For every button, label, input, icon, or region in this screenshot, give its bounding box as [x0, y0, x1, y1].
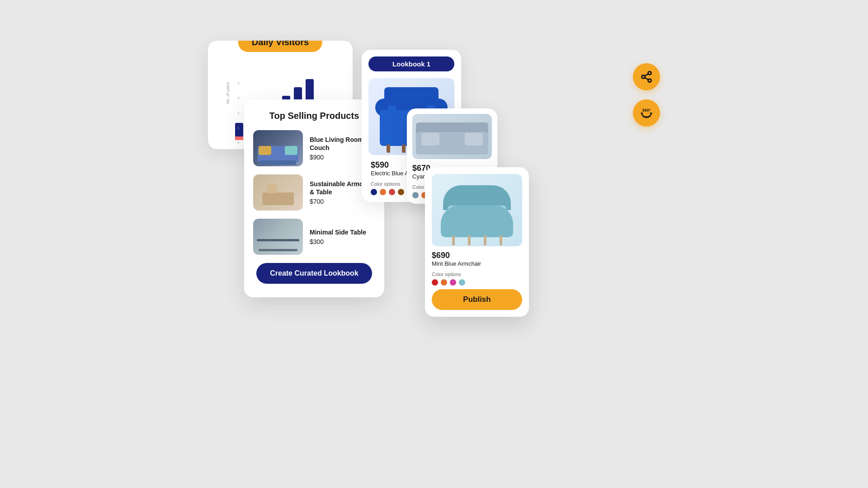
color-dot[interactable]: [432, 279, 438, 286]
share-button[interactable]: [633, 63, 660, 90]
view360-button[interactable]: 360°: [633, 99, 660, 127]
color-dot[interactable]: [450, 279, 456, 286]
sofa-image: [412, 114, 492, 159]
product-info-3: Minimal Side Table $300: [310, 228, 375, 245]
color-dot[interactable]: [398, 189, 404, 195]
color-options-label-3: Color options: [432, 272, 522, 277]
create-lookbook-button[interactable]: Create Curated Lookbook: [256, 263, 372, 284]
color-dot[interactable]: [441, 279, 447, 286]
color-dot[interactable]: [371, 189, 377, 195]
svg-line-4: [645, 74, 648, 76]
y-axis-labels: 0 1 2 3 4: [237, 81, 239, 145]
svg-line-3: [645, 78, 648, 80]
mint-price: $690: [432, 251, 522, 260]
product-name-3: Minimal Side Table: [310, 228, 375, 236]
product-item-2: Sustainable Armchair & Table $700: [253, 174, 375, 211]
daily-visitors-badge: Daily Visitors: [238, 41, 322, 52]
360-icon: 360°: [639, 105, 654, 121]
lookbook-badge: Lookbook 1: [368, 56, 454, 71]
y-axis-label: No. of users: [226, 82, 230, 104]
product-image-1: [253, 130, 303, 166]
mint-chair-image: [432, 174, 522, 246]
color-dot[interactable]: [380, 189, 386, 195]
top-selling-title: Top Selling Products: [253, 111, 375, 121]
product-item-3: Minimal Side Table $300: [253, 219, 375, 255]
product-price-3: $300: [310, 238, 375, 245]
product-item-1: Blue Living Room Couch $900: [253, 130, 375, 166]
publish-button[interactable]: Publish: [432, 289, 522, 310]
color-dot[interactable]: [459, 279, 465, 286]
product-image-2: [253, 174, 303, 211]
color-dot[interactable]: [389, 189, 395, 195]
svg-text:360°: 360°: [642, 108, 651, 113]
mint-name: Mint Blue Armchair: [432, 260, 522, 268]
share-icon: [640, 70, 653, 83]
color-dot[interactable]: [412, 192, 419, 198]
mint-armchair-card: $690 Mint Blue Armchair Color options Pu…: [425, 167, 529, 317]
product-image-3: [253, 219, 303, 255]
color-dots-3: [432, 279, 522, 286]
